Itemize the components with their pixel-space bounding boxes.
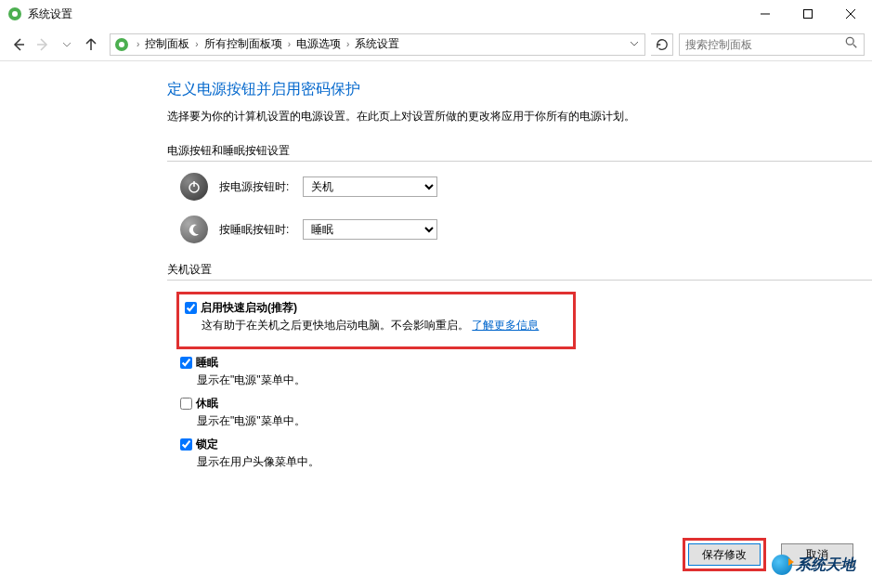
maximize-button[interactable] (787, 0, 829, 28)
app-icon (7, 7, 22, 21)
save-button[interactable]: 保存修改 (688, 543, 761, 566)
power-button-row: 按电源按钮时: 关机 (167, 173, 872, 201)
section-title-power-buttons: 电源按钮和睡眠按钮设置 (167, 143, 872, 159)
search-box[interactable] (679, 33, 865, 56)
window-title: 系统设置 (28, 7, 744, 22)
chevron-down-icon[interactable] (630, 39, 639, 50)
window-titlebar: 系统设置 (0, 0, 872, 28)
recent-dropdown[interactable] (56, 33, 78, 56)
chevron-right-icon: › (195, 39, 198, 49)
main-content: 定义电源按钮并启用密码保护 选择要为你的计算机设置的电源设置。在此页上对设置所做… (0, 61, 872, 470)
sleep-button-row: 按睡眠按钮时: 睡眠 (167, 216, 872, 243)
svg-point-9 (119, 42, 124, 47)
search-input[interactable] (685, 38, 845, 51)
breadcrumb-item-all-items[interactable]: 所有控制面板项 (202, 36, 284, 52)
svg-line-11 (853, 45, 857, 48)
chevron-right-icon: › (346, 39, 349, 49)
sleep-checkbox[interactable] (180, 357, 192, 369)
lock-option-desc: 显示在用户头像菜单中。 (167, 454, 872, 470)
sleep-icon (180, 216, 208, 243)
sleep-button-select[interactable]: 睡眠 (303, 219, 437, 240)
chevron-right-icon: › (137, 39, 139, 49)
sleep-option-label: 睡眠 (196, 355, 218, 371)
highlight-fast-startup: 启用快速启动(推荐) 这有助于在关机之后更快地启动电脑。不会影响重启。 了解更多… (176, 292, 576, 349)
power-buttons-section: 电源按钮和睡眠按钮设置 按电源按钮时: 关机 按睡眠按钮时: 睡眠 (167, 143, 872, 243)
back-button[interactable] (7, 33, 30, 56)
power-icon (180, 173, 208, 201)
divider (167, 280, 872, 281)
learn-more-link[interactable]: 了解更多信息 (472, 319, 539, 332)
chevron-right-icon: › (288, 39, 291, 49)
sleep-button-label: 按睡眠按钮时: (219, 222, 303, 238)
svg-rect-3 (804, 10, 813, 19)
breadcrumb-item-system-settings[interactable]: 系统设置 (353, 36, 401, 52)
lock-option-label: 锁定 (196, 437, 218, 452)
refresh-button[interactable] (651, 33, 673, 56)
fast-startup-checkbox[interactable] (185, 302, 197, 314)
sleep-option-desc: 显示在"电源"菜单中。 (167, 372, 872, 388)
minimize-button[interactable] (744, 0, 787, 28)
hibernate-option-desc: 显示在"电源"菜单中。 (167, 413, 872, 429)
footer: 保存修改 取消 (0, 538, 872, 571)
page-description: 选择要为你的计算机设置的电源设置。在此页上对设置所做的更改将应用于你所有的电源计… (167, 109, 872, 124)
hibernate-option-label: 休眠 (196, 396, 218, 412)
breadcrumb-item-control-panel[interactable]: 控制面板 (143, 36, 191, 52)
lock-checkbox[interactable] (180, 438, 192, 451)
page-title: 定义电源按钮并启用密码保护 (167, 80, 872, 99)
navigation-bar: › 控制面板 › 所有控制面板项 › 电源选项 › 系统设置 (0, 28, 872, 61)
power-button-label: 按电源按钮时: (219, 179, 303, 195)
breadcrumb[interactable]: › 控制面板 › 所有控制面板项 › 电源选项 › 系统设置 (110, 33, 645, 56)
section-title-shutdown: 关机设置 (167, 262, 872, 278)
highlight-save: 保存修改 (683, 538, 766, 571)
power-button-select[interactable]: 关机 (303, 176, 437, 197)
breadcrumb-item-power-options[interactable]: 电源选项 (294, 36, 343, 52)
watermark-text: 系统天地 (796, 555, 855, 575)
control-panel-icon (114, 37, 129, 52)
fast-startup-label: 启用快速启动(推荐) (201, 300, 297, 316)
svg-point-10 (846, 37, 853, 45)
hibernate-checkbox[interactable] (180, 398, 192, 410)
fast-startup-desc: 这有助于在关机之后更快地启动电脑。不会影响重启。 了解更多信息 (185, 318, 567, 333)
divider (167, 161, 872, 162)
watermark-icon (772, 555, 792, 575)
up-button[interactable] (80, 33, 102, 56)
forward-button[interactable] (32, 33, 54, 56)
watermark: 系统天地 (772, 555, 855, 575)
shutdown-settings-section: 关机设置 启用快速启动(推荐) 这有助于在关机之后更快地启动电脑。不会影响重启。… (167, 262, 872, 470)
svg-point-1 (12, 11, 18, 17)
close-button[interactable] (829, 0, 872, 28)
search-icon (845, 36, 858, 52)
